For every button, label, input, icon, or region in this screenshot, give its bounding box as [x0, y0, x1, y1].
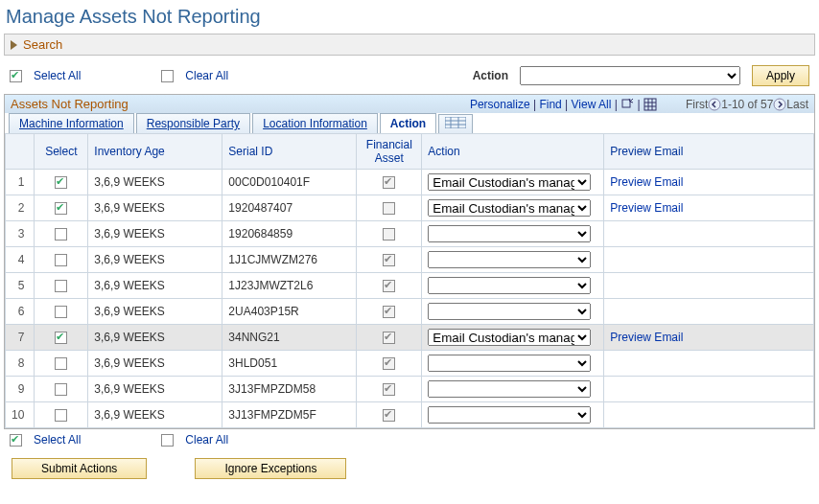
clear-all-bottom-link[interactable]: Clear All [185, 433, 228, 447]
row-number: 1 [6, 170, 35, 195]
row-age: 3,6,9 WEEKS [88, 247, 222, 273]
row-serial: 2UA403P15R [222, 299, 357, 325]
nav-range: 1-10 of 57 [721, 98, 773, 111]
col-action[interactable]: Action [422, 134, 604, 170]
row-serial: 3J13FMPZDM5F [222, 402, 357, 428]
col-select[interactable]: Select [35, 134, 88, 170]
row-action-select[interactable]: Email Custodian's manager [428, 199, 591, 217]
select-all-bottom-link[interactable]: Select All [34, 433, 81, 447]
row-action-select[interactable] [428, 406, 591, 424]
search-section[interactable]: Search [4, 34, 815, 56]
row-action-select[interactable] [428, 355, 591, 372]
row-select-checkbox[interactable] [55, 332, 67, 344]
panel-header: Assets Not Reporting Personalize | Find … [5, 95, 814, 113]
row-number: 9 [6, 377, 35, 402]
row-age: 3,6,9 WEEKS [88, 299, 222, 325]
row-action-select[interactable] [428, 380, 591, 398]
select-all-bottom-checkbox[interactable] [10, 434, 22, 447]
svg-rect-4 [445, 117, 466, 128]
tab-machine-information[interactable]: Machine Information [9, 113, 134, 133]
row-select-checkbox[interactable] [55, 228, 67, 241]
row-action-select[interactable] [428, 225, 591, 242]
row-age: 3,6,9 WEEKS [88, 377, 222, 402]
ignore-exceptions-button[interactable]: Ignore Exceptions [195, 458, 346, 479]
row-number: 2 [6, 195, 35, 221]
clear-all-top-link[interactable]: Clear All [185, 69, 228, 82]
grid-icon[interactable] [644, 98, 657, 111]
svg-point-2 [709, 99, 720, 110]
svg-rect-1 [644, 99, 656, 110]
col-fin[interactable]: Financial Asset [357, 134, 422, 170]
row-serial: 00C0D010401F [222, 170, 357, 195]
row-number: 8 [6, 351, 35, 377]
row-serial: 1920487407 [222, 195, 357, 221]
tab-responsible-party[interactable]: Responsible Party [136, 113, 250, 133]
table-row: 83,6,9 WEEKS3HLD051 [6, 351, 814, 377]
row-select-checkbox[interactable] [55, 176, 67, 189]
row-select-checkbox[interactable] [55, 254, 67, 266]
prev-arrow-icon[interactable] [708, 98, 721, 111]
preview-email-link[interactable]: Preview Email [610, 201, 683, 215]
row-select-checkbox[interactable] [55, 306, 67, 318]
row-number: 10 [6, 402, 35, 428]
row-select-checkbox[interactable] [55, 357, 67, 370]
nav-first[interactable]: First [686, 98, 708, 111]
clear-all-bottom-checkbox[interactable] [161, 434, 174, 447]
preview-email-link[interactable]: Preview Email [610, 175, 683, 189]
apply-button[interactable]: Apply [752, 65, 809, 86]
expand-arrow-icon [11, 40, 17, 50]
action-select-top[interactable] [520, 66, 740, 85]
find-link[interactable]: Find [539, 98, 561, 111]
col-num [6, 134, 35, 170]
tab-action[interactable]: Action [380, 113, 436, 133]
submit-actions-button[interactable]: Submit Actions [12, 458, 147, 479]
assets-panel: Assets Not Reporting Personalize | Find … [4, 94, 815, 429]
preview-email-link[interactable]: Preview Email [610, 331, 683, 344]
row-financial-checkbox [383, 202, 395, 215]
row-number: 7 [6, 325, 35, 351]
row-number: 6 [6, 299, 35, 325]
action-label: Action [473, 69, 508, 82]
row-number: 5 [6, 273, 35, 299]
search-label: Search [23, 37, 62, 52]
col-preview[interactable]: Preview Email [604, 134, 814, 170]
row-age: 3,6,9 WEEKS [88, 325, 222, 351]
row-financial-checkbox [383, 176, 395, 189]
nav-last[interactable]: Last [786, 98, 808, 111]
select-all-top-checkbox[interactable] [10, 70, 22, 82]
row-select-checkbox[interactable] [55, 202, 67, 215]
row-select-checkbox[interactable] [55, 409, 67, 422]
row-action-select[interactable]: Email Custodian's manager [428, 173, 591, 191]
table-row: 33,6,9 WEEKS1920684859 [6, 221, 814, 247]
row-action-select[interactable] [428, 251, 591, 268]
show-all-columns-icon[interactable] [438, 114, 473, 133]
row-serial: 3HLD051 [222, 351, 357, 377]
svg-rect-0 [622, 100, 630, 107]
personalize-link[interactable]: Personalize [470, 98, 530, 111]
row-number: 4 [6, 247, 35, 273]
row-age: 3,6,9 WEEKS [88, 221, 222, 247]
view-all-link[interactable]: View All [572, 98, 612, 111]
col-age[interactable]: Inventory Age [88, 134, 222, 170]
clear-all-top-checkbox[interactable] [161, 70, 174, 82]
row-select-checkbox[interactable] [55, 383, 67, 396]
table-row: 73,6,9 WEEKS34NNG21Email Custodian's man… [6, 325, 814, 351]
page-title: Manage Assets Not Reporting [6, 6, 815, 28]
tab-location-information[interactable]: Location Information [252, 113, 378, 133]
row-serial: 3J13FMPZDM58 [222, 377, 357, 402]
next-arrow-icon[interactable] [773, 98, 786, 111]
row-age: 3,6,9 WEEKS [88, 170, 222, 195]
row-action-select[interactable] [428, 303, 591, 320]
row-action-select[interactable] [428, 277, 591, 294]
table-row: 13,6,9 WEEKS00C0D010401FEmail Custodian'… [6, 170, 814, 195]
row-financial-checkbox [383, 306, 395, 318]
zoom-icon[interactable] [620, 98, 634, 111]
row-serial: 34NNG21 [222, 325, 357, 351]
row-select-checkbox[interactable] [55, 280, 67, 292]
row-number: 3 [6, 221, 35, 247]
col-serial[interactable]: Serial ID [222, 134, 357, 170]
row-age: 3,6,9 WEEKS [88, 402, 222, 428]
row-age: 3,6,9 WEEKS [88, 273, 222, 299]
row-action-select[interactable]: Email Custodian's manager [428, 329, 591, 346]
select-all-top-link[interactable]: Select All [34, 69, 81, 82]
